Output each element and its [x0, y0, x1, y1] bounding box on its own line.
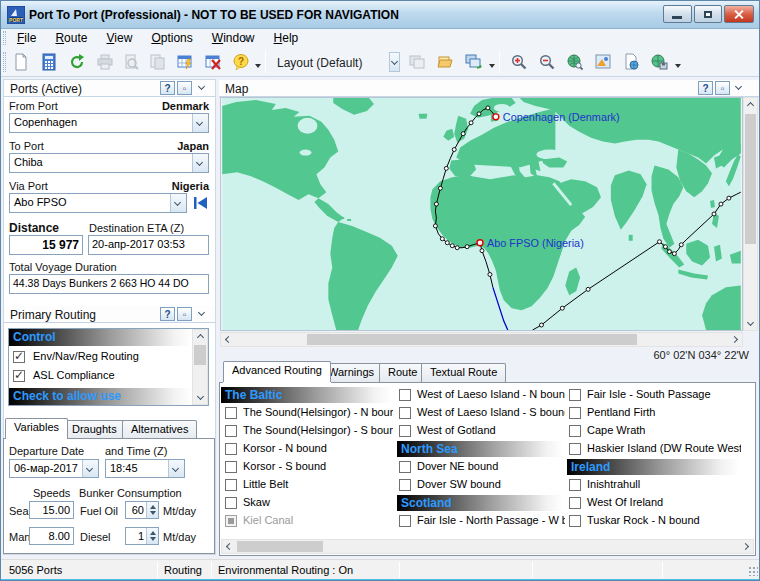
menu-window[interactable]: Window — [204, 29, 263, 47]
report-document-button[interactable] — [619, 51, 643, 73]
edit-table-button[interactable] — [173, 51, 197, 73]
zoom-out-button[interactable] — [535, 51, 559, 73]
checkbox-row[interactable]: The Sound(Helsingor) - N bound — [225, 406, 393, 422]
inishtrahull-checkbox[interactable] — [569, 479, 581, 491]
tab-draughts[interactable]: Draughts — [63, 420, 126, 439]
man-speed-field[interactable]: 8.00 — [29, 527, 74, 545]
map-canvas[interactable]: Copenhagen (Denmark) Abo FPSO (Nigeria) — [220, 97, 743, 331]
dover-sw-checkbox[interactable] — [399, 479, 411, 491]
help-button[interactable]: ? — [229, 51, 253, 73]
via-port-dropdown-icon[interactable] — [170, 194, 186, 212]
checkbox-row[interactable]: West of Laeso Island - S bound — [399, 406, 565, 422]
tab-route[interactable]: Route — [379, 363, 426, 382]
export-button[interactable] — [145, 51, 169, 73]
toolbar-group2-caret[interactable] — [489, 64, 495, 68]
time-combo[interactable]: 18:45 — [105, 459, 185, 478]
menu-help[interactable]: Help — [266, 29, 307, 47]
checkbox-row[interactable]: Fair Isle - South Passage — [569, 388, 741, 404]
diesel-spinner[interactable]: 1 — [125, 527, 159, 545]
asl-compliance-row[interactable]: ASL Compliance — [13, 369, 193, 385]
from-port-dropdown-icon[interactable] — [192, 114, 208, 132]
gotland-checkbox[interactable] — [399, 425, 411, 437]
checkbox-row[interactable]: West of Gotland — [399, 424, 565, 440]
ports-collapse-button[interactable]: ▫ — [177, 81, 192, 95]
primary-help-button[interactable]: ? — [160, 307, 175, 321]
laeso-s-checkbox[interactable] — [399, 407, 411, 419]
routing-control-list[interactable]: Control Env/Nav/Reg Routing ASL Complian… — [8, 328, 209, 406]
calculator-button[interactable] — [37, 51, 61, 73]
checkbox-row[interactable]: West of Laeso Island - N bound — [399, 388, 565, 404]
checkbox-row[interactable]: Korsor - N bound — [225, 442, 393, 458]
laeso-n-checkbox[interactable] — [399, 389, 411, 401]
pentland-firth-checkbox[interactable] — [569, 407, 581, 419]
map-vertical-scrollbar[interactable] — [743, 97, 758, 331]
from-port-marker[interactable] — [493, 114, 499, 120]
checkbox-row[interactable]: West Of Ireland — [569, 496, 741, 512]
little-belt-checkbox[interactable] — [225, 479, 237, 491]
departure-date-dropdown-icon[interactable] — [82, 460, 98, 477]
new-document-button[interactable] — [9, 51, 33, 73]
env-nav-reg-checkbox[interactable] — [13, 351, 25, 363]
sea-speed-field[interactable]: 15.00 — [29, 501, 74, 519]
toolbar-gripper[interactable] — [3, 52, 6, 72]
advanced-horizontal-scrollbar[interactable] — [221, 539, 754, 554]
departure-date-combo[interactable]: 06-мар-2017 — [9, 459, 99, 478]
ports-menu-button[interactable] — [195, 81, 210, 95]
to-port-dropdown-icon[interactable] — [192, 154, 208, 172]
fair-isle-south-checkbox[interactable] — [569, 389, 581, 401]
fair-isle-north-checkbox[interactable] — [399, 515, 411, 527]
checkbox-row[interactable]: Korsor - S bound — [225, 460, 393, 476]
refresh-button[interactable] — [65, 51, 89, 73]
time-dropdown-icon[interactable] — [168, 460, 184, 477]
checkbox-row[interactable]: Dover SW bound — [399, 478, 565, 494]
zoom-in-button[interactable] — [507, 51, 531, 73]
haskier-island-checkbox[interactable] — [569, 443, 581, 455]
save-map-button[interactable] — [647, 51, 671, 73]
checkbox-row[interactable]: Inishtrahull — [569, 478, 741, 494]
title-bar[interactable]: PORT Port To Port (Professional) - NOT T… — [1, 1, 760, 29]
checkbox-row[interactable]: Cape Wrath — [569, 424, 741, 440]
checkbox-row[interactable]: Pentland Firth — [569, 406, 741, 422]
insert-via-port-icon[interactable] — [192, 195, 210, 211]
tab-textual-route[interactable]: Textual Route — [421, 363, 506, 382]
sound-n-checkbox[interactable] — [225, 407, 237, 419]
menu-route[interactable]: Route — [47, 29, 95, 47]
checkbox-row[interactable]: Fair Isle - North Passage - W bou — [399, 514, 565, 530]
ports-help-button[interactable]: ? — [160, 81, 175, 95]
map-horizontal-scrollbar[interactable] — [220, 332, 743, 347]
checkbox-row[interactable]: Tuskar Rock - N bound — [569, 514, 741, 530]
map-menu-button[interactable] — [732, 81, 747, 95]
checkbox-row[interactable]: Skaw — [225, 496, 393, 512]
fuel-oil-spin-buttons[interactable] — [146, 502, 158, 518]
zoom-world-button[interactable] — [563, 51, 587, 73]
checkbox-row[interactable]: Dover NE bound — [399, 460, 565, 476]
resize-grip[interactable] — [748, 566, 758, 576]
checkbox-row[interactable]: Haskier Island (DW Route West — [569, 442, 741, 458]
primary-collapse-button[interactable]: ▫ — [177, 307, 192, 321]
korsor-s-checkbox[interactable] — [225, 461, 237, 473]
map-collapse-button[interactable]: ▫ — [715, 81, 730, 95]
menu-gripper[interactable] — [3, 31, 6, 45]
via-port-combo[interactable]: Abo FPSO — [9, 193, 187, 213]
copy-layout-button[interactable] — [405, 51, 429, 73]
menu-view[interactable]: View — [99, 29, 141, 47]
layout-selector[interactable] — [389, 52, 400, 72]
map-image-button[interactable] — [591, 51, 615, 73]
skaw-checkbox[interactable] — [225, 497, 237, 509]
dover-ne-checkbox[interactable] — [399, 461, 411, 473]
sound-s-checkbox[interactable] — [225, 425, 237, 437]
checkbox-row[interactable]: Little Belt — [225, 478, 393, 494]
to-port-combo[interactable]: Chiba — [9, 153, 209, 173]
close-button[interactable] — [724, 5, 754, 23]
checkbox-row[interactable]: The Sound(Helsingor) - S bound — [225, 424, 393, 440]
menu-options[interactable]: Options — [143, 29, 200, 47]
from-port-combo[interactable]: Copenhagen — [9, 113, 209, 133]
korsor-n-checkbox[interactable] — [225, 443, 237, 455]
control-list-scrollbar[interactable] — [192, 329, 208, 405]
cape-wrath-checkbox[interactable] — [569, 425, 581, 437]
tab-alternatives[interactable]: Alternatives — [122, 420, 197, 439]
env-nav-reg-row[interactable]: Env/Nav/Reg Routing — [13, 350, 193, 366]
tab-variables[interactable]: Variables — [5, 418, 68, 439]
print-preview-button[interactable] — [119, 51, 143, 73]
tuskar-rock-checkbox[interactable] — [569, 515, 581, 527]
